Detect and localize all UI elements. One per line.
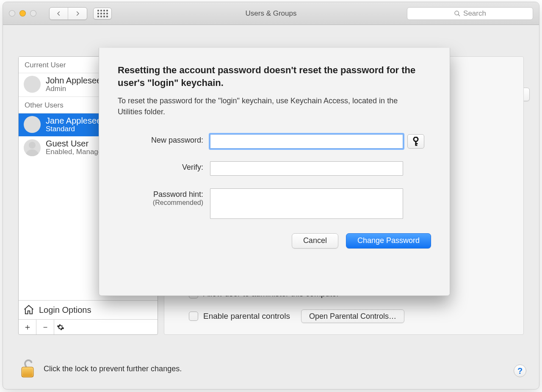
lock-text: Click the lock to prevent further change… [44, 364, 182, 373]
key-icon [412, 137, 420, 146]
login-options-label: Login Options [39, 305, 91, 315]
user-role: Enabled, Managed [46, 148, 106, 156]
help-button[interactable]: ? [514, 364, 526, 377]
parental-checkbox[interactable] [189, 312, 198, 321]
forward-button[interactable] [68, 8, 87, 19]
window-controls [9, 10, 36, 17]
password-hint-input[interactable] [210, 188, 403, 219]
new-password-label: New password: [151, 136, 203, 144]
nav-back-forward [49, 7, 87, 20]
sheet-buttons: Cancel Change Password [118, 233, 431, 248]
home-icon [23, 304, 35, 316]
login-options-row[interactable]: Login Options [19, 300, 158, 319]
svg-point-5 [414, 137, 418, 141]
sidebar-actions: ＋ － [19, 319, 158, 334]
hint-recommended-label: (Recommended) [118, 199, 203, 207]
lock-row: Click the lock to prevent further change… [19, 359, 182, 379]
titlebar: Users & Groups Search [3, 2, 539, 25]
svg-rect-7 [415, 143, 418, 144]
user-role: Standard [46, 125, 106, 133]
avatar-target-icon [24, 116, 41, 133]
svg-line-1 [458, 14, 460, 16]
svg-point-2 [29, 142, 36, 149]
minimize-window-button[interactable] [19, 10, 26, 17]
grid-icon [97, 10, 108, 17]
cancel-button[interactable]: Cancel [292, 233, 338, 248]
content-area: Change Password… Current User John Apple… [3, 25, 539, 389]
verify-password-input[interactable] [210, 161, 403, 176]
search-placeholder: Search [463, 9, 486, 18]
user-name: Guest User [46, 139, 106, 148]
reset-password-form: New password: Verify: [118, 134, 431, 219]
user-name: Jane Appleseed [46, 116, 106, 125]
hint-label: Password hint: [153, 190, 203, 199]
search-icon [454, 10, 461, 17]
sheet-heading: Resetting the account password doesn't r… [118, 64, 431, 89]
close-window-button[interactable] [9, 10, 15, 17]
svg-rect-3 [22, 367, 33, 377]
action-menu-button[interactable] [54, 320, 158, 334]
verify-label: Verify: [182, 163, 203, 171]
svg-rect-8 [415, 145, 418, 146]
new-password-input[interactable] [210, 134, 403, 149]
gear-icon [57, 323, 64, 331]
avatar-silhouette-icon [24, 139, 41, 156]
user-role: Admin [46, 85, 106, 93]
zoom-window-button[interactable] [30, 10, 36, 17]
user-name: John Appleseed [46, 76, 106, 85]
add-user-button[interactable]: ＋ [19, 320, 36, 334]
search-field[interactable]: Search [407, 7, 533, 20]
password-assistant-button[interactable] [407, 134, 424, 149]
parental-checkbox-row: Enable parental controls Open Parental C… [189, 309, 404, 323]
remove-user-button[interactable]: － [36, 320, 54, 334]
parental-checkbox-label: Enable parental controls [203, 312, 290, 321]
avatar-globe-icon [24, 76, 41, 93]
open-parental-controls-button[interactable]: Open Parental Controls… [301, 309, 404, 323]
svg-point-0 [455, 11, 459, 15]
change-password-confirm-button[interactable]: Change Password [346, 233, 431, 248]
sheet-subtext: To reset the password for the "login" ke… [118, 96, 423, 117]
reset-password-sheet: Resetting the account password doesn't r… [99, 48, 450, 296]
show-all-button[interactable] [93, 8, 112, 19]
unlocked-lock-icon[interactable] [19, 359, 36, 379]
preferences-window: Users & Groups Search Change Password… C… [3, 2, 539, 389]
back-button[interactable] [50, 8, 68, 19]
